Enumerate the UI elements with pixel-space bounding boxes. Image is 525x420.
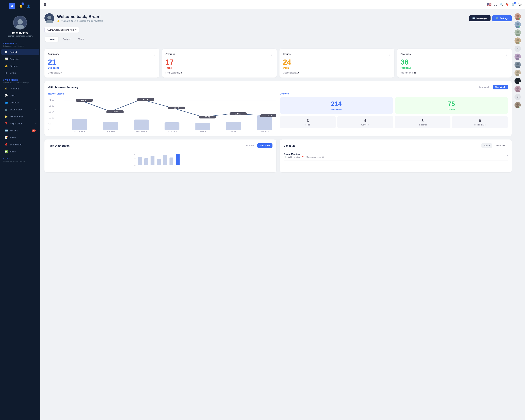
issues-more-button[interactable]: ⋮ xyxy=(388,52,391,56)
overdue-label: Tasks xyxy=(166,66,273,69)
svg-point-57 xyxy=(516,23,519,25)
summary-more-button[interactable]: ⋮ xyxy=(153,52,156,56)
schedule-location: Conference room 1B xyxy=(306,156,324,158)
project-selector[interactable]: ACME Corp. Backend App ▾ xyxy=(45,27,79,33)
svg-rect-49 xyxy=(144,158,148,165)
svg-rect-19 xyxy=(165,122,179,130)
welcome-subtitle: 🔔 You have 2 new messages and 15 new tas… xyxy=(57,20,104,22)
wont-fix-number: 4 xyxy=(339,119,392,123)
sidebar-item-label-contacts: Contacts xyxy=(10,101,19,104)
notifications-button[interactable]: 🔔 3 xyxy=(18,3,24,9)
left-sidebar: ◆ 🔔 3 👤 Brian Hughes hughes.brian@compan… xyxy=(0,0,40,420)
schedule-time: in 32 minutes xyxy=(288,156,300,158)
sidebar-item-academy[interactable]: 🎓 Academy xyxy=(1,85,39,92)
welcome-actions: ✉️ Messages ⚙️ Settings xyxy=(469,15,512,21)
welcome-title: Welcome back, Brian! xyxy=(57,14,104,19)
schedule-item-arrow-icon[interactable]: › xyxy=(507,154,508,157)
right-avatar-10[interactable] xyxy=(515,102,521,108)
sidebar-item-contacts[interactable]: 👥 Contacts xyxy=(1,99,39,106)
user-avatar xyxy=(13,16,27,29)
svg-text:Thu: Thu xyxy=(167,131,177,132)
flag-icon[interactable]: 🇺🇸 xyxy=(487,2,492,7)
sidebar-item-notes[interactable]: 📝 Notes xyxy=(1,134,39,141)
sidebar-item-file-manager[interactable]: 📁 File Manager xyxy=(1,113,39,120)
needs-triage-label: Needs Triage xyxy=(453,124,506,126)
overdue-card: Overdue ⋮ 17 Tasks From yesterday: 9 xyxy=(162,49,277,77)
svg-rect-18 xyxy=(134,120,149,130)
schedule-item: Group Meeting 🕐 in 32 minutes 📍 Conferen… xyxy=(284,151,508,160)
messages-button[interactable]: ✉️ Messages xyxy=(469,15,490,21)
svg-text:Sat: Sat xyxy=(229,131,238,132)
file-manager-icon: 📁 xyxy=(5,115,8,118)
right-avatar-2[interactable] xyxy=(515,21,521,28)
sidebar-item-chat[interactable]: 💬 Chat xyxy=(1,92,39,99)
right-avatar-m1[interactable]: M xyxy=(515,46,521,52)
clock-icon: 🕐 xyxy=(284,156,286,158)
right-avatar-6[interactable] xyxy=(515,62,521,68)
tab-home[interactable]: Home xyxy=(45,37,58,42)
right-avatar-7[interactable] xyxy=(515,70,521,76)
svg-text:Fri: Fri xyxy=(199,131,206,132)
content-area: Welcome back, Brian! 🔔 You have 2 new me… xyxy=(40,9,525,420)
svg-text:22: 22 xyxy=(266,115,272,117)
sidebar-item-label-scrumboard: Scrumboard xyxy=(10,143,22,146)
finance-icon: 💰 xyxy=(5,64,8,67)
svg-point-66 xyxy=(516,66,520,68)
tab-budget[interactable]: Budget xyxy=(59,37,74,42)
bookmark-icon[interactable]: 🔖 xyxy=(506,3,509,6)
user-menu-button[interactable]: 👤 xyxy=(26,3,31,9)
svg-text:20: 20 xyxy=(204,116,211,118)
right-avatar-3[interactable] xyxy=(515,29,521,36)
tomorrow-button[interactable]: Tomorrow xyxy=(493,143,508,148)
closed-issues-box: 75 Closed xyxy=(395,97,508,114)
right-avatar-m2[interactable]: M xyxy=(515,94,521,100)
svg-text:27: 27 xyxy=(48,111,55,113)
tab-team[interactable]: Team xyxy=(75,37,87,42)
task-last-week-button[interactable]: Last Week xyxy=(241,143,257,148)
github-last-week-button[interactable]: Last Week xyxy=(477,85,492,89)
sidebar-item-scrumboard[interactable]: 📌 Scrumboard xyxy=(1,141,39,148)
sidebar-item-label-project: Project xyxy=(10,51,17,53)
sidebar-item-tasks[interactable]: ✅ Tasks xyxy=(1,148,39,155)
right-avatar-1[interactable] xyxy=(515,13,521,19)
overdue-more-button[interactable]: ⋮ xyxy=(270,52,273,56)
search-icon[interactable]: 🔍 xyxy=(499,3,503,6)
svg-text:45: 45 xyxy=(48,99,55,101)
sidebar-item-label-ecommerce: ECommerce xyxy=(10,108,22,111)
sidebar-item-finance[interactable]: 💰 Finance xyxy=(1,63,39,69)
line-bar-chart: 45 36 27 18 9 0 xyxy=(48,97,276,132)
mailbox-badge: 27 xyxy=(32,130,36,132)
right-avatar-9[interactable] xyxy=(515,86,521,92)
issues-title: Issues xyxy=(283,53,291,56)
project-icon: 📋 xyxy=(5,50,8,54)
task-this-week-button[interactable]: This Week xyxy=(257,143,272,148)
svg-text:43: 43 xyxy=(143,99,149,101)
features-more-button[interactable]: ⋮ xyxy=(505,52,508,56)
sidebar-item-ecommerce[interactable]: 🛒 ECommerce › xyxy=(1,106,39,113)
message-icon[interactable]: 💬 xyxy=(518,3,522,6)
svg-text:40: 40 xyxy=(134,154,136,156)
cart-button[interactable]: 🛒 5 xyxy=(512,3,515,6)
svg-point-72 xyxy=(516,90,520,92)
sidebar-item-project[interactable]: 📋 Project xyxy=(1,49,39,55)
right-avatar-5[interactable] xyxy=(515,54,521,60)
sidebar-item-analytics[interactable]: 📊 Analytics xyxy=(1,56,39,62)
expand-icon[interactable]: ⛶ xyxy=(494,3,497,6)
svg-point-69 xyxy=(516,79,519,82)
top-bar-right: 🇺🇸 ⛶ 🔍 🔖 🛒 5 💬 xyxy=(487,2,522,7)
main-content: ☰ 🇺🇸 ⛶ 🔍 🔖 🛒 5 💬 xyxy=(40,0,525,420)
svg-point-67 xyxy=(516,71,519,74)
github-this-week-button[interactable]: This Week xyxy=(493,85,508,89)
right-avatar-8[interactable] xyxy=(515,78,521,84)
applications-label: APPLICATIONS xyxy=(0,76,40,82)
today-button[interactable]: Today xyxy=(481,143,492,148)
welcome-header: Welcome back, Brian! 🔔 You have 2 new me… xyxy=(45,13,512,23)
sidebar-item-mailbox[interactable]: ✉️ Mailbox 27 xyxy=(1,127,39,134)
hamburger-menu-button[interactable]: ☰ xyxy=(44,3,47,7)
sidebar-item-crypto[interactable]: ₿ Crypto xyxy=(1,70,39,76)
right-avatar-4[interactable] xyxy=(515,37,521,44)
settings-button[interactable]: ⚙️ Settings xyxy=(492,15,512,21)
svg-rect-21 xyxy=(226,122,241,130)
analytics-icon: 📊 xyxy=(5,57,8,61)
sidebar-item-help-center[interactable]: ❓ Help Center › xyxy=(1,120,39,127)
